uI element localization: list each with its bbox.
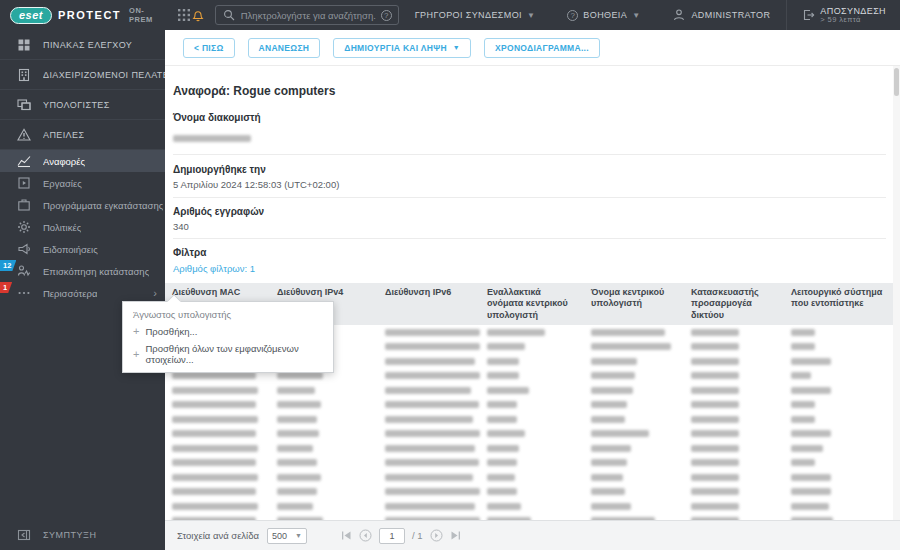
table-cell[interactable] bbox=[165, 397, 270, 412]
table-cell[interactable] bbox=[165, 426, 270, 441]
sidebar-item-status-overview[interactable]: 12Επισκόπηση κατάστασης bbox=[0, 260, 165, 282]
table-cell[interactable] bbox=[480, 441, 584, 456]
notification-bell-icon[interactable] bbox=[191, 8, 205, 22]
table-cell[interactable] bbox=[165, 412, 270, 427]
table-cell[interactable] bbox=[480, 484, 584, 499]
table-cell[interactable] bbox=[270, 499, 378, 514]
current-page-input[interactable] bbox=[379, 528, 405, 544]
table-cell[interactable] bbox=[378, 368, 480, 383]
table-cell[interactable] bbox=[165, 484, 270, 499]
table-cell[interactable] bbox=[270, 484, 378, 499]
sidebar-item-policies[interactable]: Πολιτικές bbox=[0, 216, 165, 238]
next-page-button[interactable] bbox=[430, 529, 443, 542]
last-page-button[interactable] bbox=[450, 530, 461, 541]
table-cell[interactable] bbox=[165, 455, 270, 470]
table-cell[interactable] bbox=[684, 339, 784, 354]
table-cell[interactable] bbox=[480, 397, 584, 412]
table-cell[interactable] bbox=[784, 383, 893, 398]
table-cell[interactable] bbox=[165, 383, 270, 398]
table-cell[interactable] bbox=[480, 455, 584, 470]
table-cell[interactable] bbox=[584, 426, 684, 441]
table-cell[interactable] bbox=[378, 339, 480, 354]
table-row[interactable] bbox=[165, 470, 900, 485]
sidebar-item-threats[interactable]: ΑΠΕΙΛΕΣ bbox=[0, 120, 165, 150]
vertical-scrollbar[interactable] bbox=[893, 66, 900, 520]
table-cell[interactable] bbox=[165, 441, 270, 456]
items-per-page-select[interactable]: 500 ▼ bbox=[267, 528, 307, 544]
table-cell[interactable] bbox=[480, 426, 584, 441]
table-cell[interactable] bbox=[784, 484, 893, 499]
table-cell[interactable] bbox=[584, 412, 684, 427]
table-cell[interactable] bbox=[378, 513, 480, 520]
table-cell[interactable] bbox=[684, 513, 784, 520]
context-menu-item-add[interactable]: +Προσθήκη... bbox=[123, 323, 333, 340]
table-cell[interactable] bbox=[270, 383, 378, 398]
table-cell[interactable] bbox=[270, 426, 378, 441]
table-cell[interactable] bbox=[784, 325, 893, 340]
table-cell[interactable] bbox=[378, 383, 480, 398]
search-box[interactable]: ? bbox=[215, 5, 399, 25]
table-cell[interactable] bbox=[378, 484, 480, 499]
table-cell[interactable] bbox=[378, 426, 480, 441]
table-row[interactable] bbox=[165, 455, 900, 470]
table-cell[interactable] bbox=[584, 441, 684, 456]
table-cell[interactable] bbox=[584, 368, 684, 383]
sidebar-item-notifications[interactable]: Ειδοποιήσεις bbox=[0, 238, 165, 260]
previous-page-button[interactable] bbox=[359, 529, 372, 542]
table-cell[interactable] bbox=[480, 383, 584, 398]
table-cell[interactable] bbox=[480, 325, 584, 340]
table-cell[interactable] bbox=[684, 397, 784, 412]
table-cell[interactable] bbox=[584, 513, 684, 520]
generate-and-download-button[interactable]: ΔΗΜΙΟΥΡΓΙΑ ΚΑΙ ΛΗΨΗ▼ bbox=[333, 38, 471, 58]
table-cell[interactable] bbox=[784, 513, 893, 520]
filter-count-link[interactable]: Αριθμός φίλτρων: 1 bbox=[173, 263, 886, 274]
table-cell[interactable] bbox=[270, 397, 378, 412]
table-cell[interactable] bbox=[270, 441, 378, 456]
sidebar-item-dashboard[interactable]: ΠΙΝΑΚΑΣ ΕΛΕΓΧΟΥ bbox=[0, 30, 165, 60]
table-cell[interactable] bbox=[270, 513, 378, 520]
table-cell[interactable] bbox=[684, 412, 784, 427]
table-cell[interactable] bbox=[584, 339, 684, 354]
table-cell[interactable] bbox=[784, 470, 893, 485]
table-cell[interactable] bbox=[584, 383, 684, 398]
table-cell[interactable] bbox=[784, 412, 893, 427]
table-cell[interactable] bbox=[584, 470, 684, 485]
table-cell[interactable] bbox=[684, 499, 784, 514]
table-cell[interactable] bbox=[480, 354, 584, 369]
table-cell[interactable] bbox=[784, 354, 893, 369]
sidebar-collapse-button[interactable]: ΣΥΜΠΤΥΞΗ bbox=[0, 520, 165, 550]
sidebar-item-installers[interactable]: Προγράμματα εγκατάστασης bbox=[0, 194, 165, 216]
apps-grid-icon[interactable] bbox=[177, 8, 191, 22]
table-row[interactable] bbox=[165, 499, 900, 514]
table-cell[interactable] bbox=[584, 484, 684, 499]
table-cell[interactable] bbox=[378, 325, 480, 340]
table-cell[interactable] bbox=[378, 354, 480, 369]
table-cell[interactable] bbox=[684, 368, 784, 383]
table-cell[interactable] bbox=[165, 513, 270, 520]
table-cell[interactable] bbox=[784, 368, 893, 383]
table-cell[interactable] bbox=[165, 499, 270, 514]
table-cell[interactable] bbox=[378, 397, 480, 412]
table-cell[interactable] bbox=[480, 513, 584, 520]
column-header[interactable]: Κατασκευαστής προσαρμογέα δικτύου bbox=[684, 283, 784, 325]
table-cell[interactable] bbox=[165, 470, 270, 485]
table-cell[interactable] bbox=[784, 397, 893, 412]
table-cell[interactable] bbox=[584, 499, 684, 514]
sidebar-item-managed-clients[interactable]: ΔΙΑΧΕΙΡΙΖΟΜΕΝΟΙ ΠΕΛΑΤΕΣ bbox=[0, 60, 165, 90]
table-cell[interactable] bbox=[584, 325, 684, 340]
table-cell[interactable] bbox=[480, 470, 584, 485]
table-cell[interactable] bbox=[684, 325, 784, 340]
table-row[interactable] bbox=[165, 513, 900, 520]
table-cell[interactable] bbox=[784, 441, 893, 456]
table-cell[interactable] bbox=[270, 470, 378, 485]
table-cell[interactable] bbox=[480, 499, 584, 514]
column-header[interactable]: Διεύθυνση IPv6 bbox=[378, 283, 480, 325]
schedule-button[interactable]: ΧΡΟΝΟΔΙΑΓΡΑΜΜΑ... bbox=[484, 38, 600, 58]
back-button[interactable]: < ΠΙΣΩ bbox=[183, 38, 235, 58]
column-header[interactable]: Όνομα κεντρικού υπολογιστή bbox=[584, 283, 684, 325]
context-menu-item-add-all-displayed[interactable]: +Προσθήκη όλων των εμφανιζόμενων στοιχεί… bbox=[123, 340, 333, 368]
table-cell[interactable] bbox=[270, 412, 378, 427]
sidebar-item-computers[interactable]: ΥΠΟΛΟΓΙΣΤΕΣ bbox=[0, 90, 165, 120]
table-cell[interactable] bbox=[784, 426, 893, 441]
table-cell[interactable] bbox=[480, 339, 584, 354]
